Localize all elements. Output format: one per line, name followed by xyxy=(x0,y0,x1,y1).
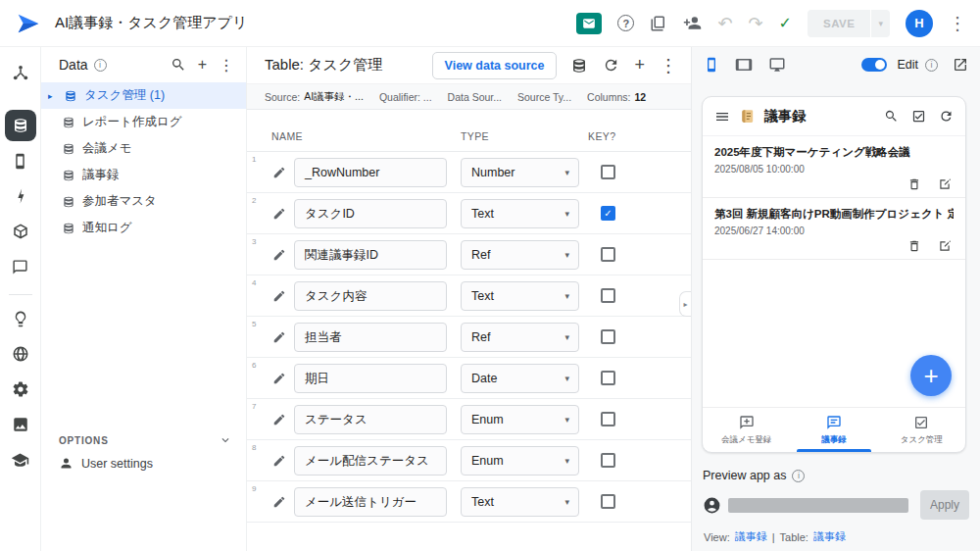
edit-column-icon[interactable] xyxy=(272,330,286,344)
apply-button[interactable]: Apply xyxy=(920,490,969,520)
learn-nav-icon[interactable] xyxy=(5,444,36,476)
save-button[interactable]: SAVE ▾ xyxy=(808,10,890,37)
column-name-input[interactable]: _RowNumber xyxy=(294,158,447,187)
delete-record-icon[interactable] xyxy=(907,177,921,191)
edit-record-icon[interactable] xyxy=(938,239,952,253)
save-dropdown-caret[interactable]: ▾ xyxy=(871,10,890,37)
redo-icon[interactable]: ↷ xyxy=(749,15,763,32)
app-search-icon[interactable] xyxy=(884,109,899,124)
edit-column-icon[interactable] xyxy=(272,207,286,221)
edit-toggle[interactable] xyxy=(861,58,887,72)
branding-nav-icon[interactable] xyxy=(5,409,36,440)
save-button-label[interactable]: SAVE xyxy=(808,10,870,37)
column-type-dropdown[interactable]: Ref▾ xyxy=(461,240,579,270)
views-nav-icon[interactable] xyxy=(5,145,36,176)
collapse-preview-handle[interactable]: ▸ xyxy=(679,291,691,317)
table-menu-icon[interactable]: ⋮ xyxy=(660,55,677,76)
delete-record-icon[interactable] xyxy=(907,239,921,253)
record-list-item[interactable]: 2025年度下期マーケティング戦略会議 2025/08/05 10:00:00 xyxy=(703,136,965,198)
chat-nav-icon[interactable] xyxy=(5,251,36,282)
column-type-dropdown[interactable]: Enum▾ xyxy=(461,446,579,476)
help-icon[interactable]: ? xyxy=(617,15,634,31)
table-link[interactable]: 議事録 xyxy=(813,529,846,544)
more-menu-icon[interactable]: ⋮ xyxy=(949,15,966,32)
column-type-dropdown[interactable]: Text▾ xyxy=(461,199,579,228)
key-checkbox[interactable] xyxy=(601,412,615,426)
refresh-icon[interactable] xyxy=(603,57,619,74)
edit-column-icon[interactable] xyxy=(272,248,286,262)
app-structure-icon[interactable] xyxy=(5,57,36,88)
data-menu-icon[interactable]: ⋮ xyxy=(219,56,234,75)
edit-record-icon[interactable] xyxy=(938,177,952,191)
view-link[interactable]: 議事録 xyxy=(735,529,767,544)
table-list-item[interactable]: 参加者マスタ xyxy=(41,188,246,215)
undo-icon[interactable]: ↶ xyxy=(717,15,732,32)
column-name-input[interactable]: メール配信ステータス xyxy=(294,446,447,476)
edit-info-icon[interactable]: i xyxy=(925,59,938,72)
key-checkbox[interactable] xyxy=(601,329,615,344)
add-record-fab[interactable]: + xyxy=(910,355,952,396)
table-list-item-selected[interactable]: ▸ タスク管理 (1) xyxy=(41,82,246,109)
email-badge-icon[interactable] xyxy=(576,13,602,34)
column-name-input[interactable]: タスクID xyxy=(294,199,447,228)
phone-preview-icon[interactable] xyxy=(704,57,719,73)
open-in-new-icon[interactable] xyxy=(953,57,968,73)
column-name-input[interactable]: タスク内容 xyxy=(294,281,447,311)
column-name-input[interactable]: 期日 xyxy=(294,364,447,393)
column-name-input[interactable]: メール送信トリガー xyxy=(294,487,447,517)
table-list-item[interactable]: レポート作成ログ xyxy=(41,109,246,135)
user-settings-item[interactable]: User settings xyxy=(59,456,153,471)
app-refresh-icon[interactable] xyxy=(939,109,954,124)
expand-arrow-icon[interactable]: ▸ xyxy=(48,91,57,101)
key-checkbox[interactable] xyxy=(601,247,615,262)
ideas-nav-icon[interactable] xyxy=(5,303,36,334)
menu-icon[interactable] xyxy=(714,109,730,125)
column-type-dropdown[interactable]: Text▾ xyxy=(461,281,579,311)
column-type-dropdown[interactable]: Date▾ xyxy=(461,364,579,393)
view-data-source-button[interactable]: View data source xyxy=(432,52,558,79)
data-info-icon[interactable]: i xyxy=(94,59,107,72)
data-source-icon[interactable] xyxy=(570,57,588,75)
key-checkbox[interactable] xyxy=(601,165,615,179)
nav-tab-meeting-memo[interactable]: 会議メモ登録 xyxy=(703,408,790,452)
appsheet-logo-icon[interactable] xyxy=(16,11,41,36)
edit-column-icon[interactable] xyxy=(272,495,286,509)
column-name-input[interactable]: ステータス xyxy=(294,405,447,434)
desktop-preview-icon[interactable] xyxy=(768,56,786,74)
settings-nav-icon[interactable] xyxy=(5,374,36,405)
edit-column-icon[interactable] xyxy=(272,289,286,303)
edit-column-icon[interactable] xyxy=(272,413,286,426)
record-list-item[interactable]: 第3回 新規顧客向けPR動画制作プロジェクト 定例ミ... 2025/06/27… xyxy=(703,198,965,260)
key-checkbox-checked[interactable]: ✓ xyxy=(601,206,615,221)
key-checkbox[interactable] xyxy=(601,371,615,385)
user-email-field[interactable] xyxy=(728,498,908,513)
avatar[interactable]: H xyxy=(906,10,933,37)
edit-column-icon[interactable] xyxy=(272,454,286,468)
data-search-icon[interactable] xyxy=(171,57,186,73)
column-type-dropdown[interactable]: Ref▾ xyxy=(461,323,579,352)
share-app-icon[interactable] xyxy=(683,14,702,32)
table-list-item[interactable]: 通知ログ xyxy=(41,215,246,241)
nav-tab-minutes[interactable]: 議事録 xyxy=(790,408,877,452)
column-type-dropdown[interactable]: Enum▾ xyxy=(461,405,579,434)
key-checkbox[interactable] xyxy=(601,494,615,509)
automation-nav-icon[interactable] xyxy=(5,180,36,212)
key-checkbox[interactable] xyxy=(601,453,615,468)
docs-icon[interactable] xyxy=(650,15,667,32)
key-checkbox[interactable] xyxy=(601,288,615,303)
edit-column-icon[interactable] xyxy=(272,372,286,385)
column-name-input[interactable]: 担当者 xyxy=(294,323,447,352)
options-toggle[interactable]: OPTIONS xyxy=(41,433,246,447)
column-type-dropdown[interactable]: Number▾ xyxy=(461,158,579,187)
edit-column-icon[interactable] xyxy=(272,166,286,179)
app-select-icon[interactable] xyxy=(911,109,926,124)
deploy-nav-icon[interactable] xyxy=(5,338,36,370)
add-column-icon[interactable]: + xyxy=(634,55,645,75)
preview-as-info-icon[interactable]: i xyxy=(792,470,805,482)
table-list-item[interactable]: 会議メモ xyxy=(41,135,246,162)
tablet-preview-icon[interactable] xyxy=(735,56,753,74)
nav-tab-tasks[interactable]: タスク管理 xyxy=(878,408,965,452)
column-type-dropdown[interactable]: Text▾ xyxy=(461,487,579,517)
column-name-input[interactable]: 関連議事録ID xyxy=(294,240,447,270)
add-table-icon[interactable]: + xyxy=(198,56,207,74)
